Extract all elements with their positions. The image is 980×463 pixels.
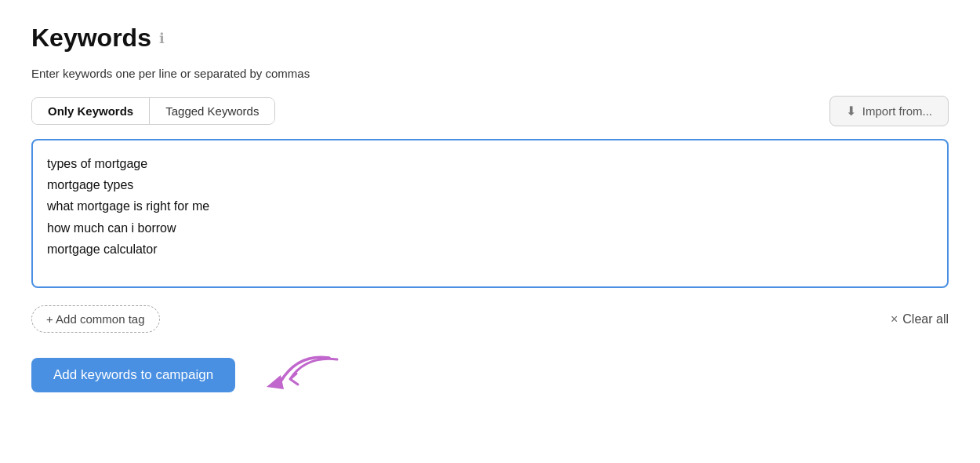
- arrow-decoration: [259, 352, 353, 399]
- subtitle: Enter keywords one per line or separated…: [31, 67, 949, 80]
- tab-tagged-keywords[interactable]: Tagged Keywords: [150, 98, 274, 124]
- clear-icon: ×: [891, 312, 898, 326]
- info-icon[interactable]: ℹ: [159, 30, 165, 47]
- page-title: Keywords: [31, 24, 151, 53]
- clear-all-label: Clear all: [902, 312, 949, 326]
- tab-only-keywords[interactable]: Only Keywords: [32, 98, 150, 124]
- import-icon: ⬇: [846, 104, 856, 118]
- tabs-and-import-row: Only Keywords Tagged Keywords ⬇ Import f…: [31, 96, 949, 126]
- keywords-textarea[interactable]: [31, 139, 949, 288]
- import-button-label: Import from...: [862, 104, 932, 118]
- import-from-button[interactable]: ⬇ Import from...: [829, 96, 949, 126]
- add-keywords-campaign-button[interactable]: Add keywords to campaign: [31, 358, 235, 392]
- bottom-row: Add keywords to campaign: [31, 352, 949, 399]
- tab-group: Only Keywords Tagged Keywords: [31, 97, 275, 125]
- clear-all-button[interactable]: × Clear all: [891, 312, 949, 326]
- add-common-tag-button[interactable]: + Add common tag: [31, 305, 160, 333]
- actions-row: + Add common tag × Clear all: [31, 305, 949, 333]
- add-common-tag-label: + Add common tag: [46, 312, 145, 326]
